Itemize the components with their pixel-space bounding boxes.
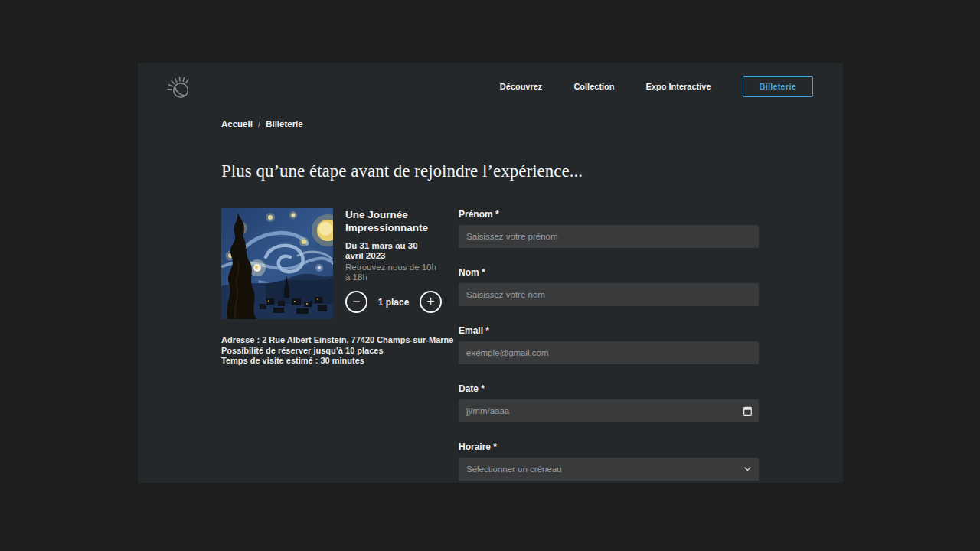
main-nav: Découvrez Collection Expo Interactive Bi…: [500, 76, 813, 97]
decrease-quantity-button[interactable]: −: [345, 291, 368, 313]
breadcrumb-home-link[interactable]: Accueil: [221, 119, 253, 129]
nav-item-collection[interactable]: Collection: [573, 82, 614, 91]
event-address: Adresse : 2 Rue Albert Einstein, 77420 C…: [221, 335, 453, 346]
prenom-label: Prénom *: [459, 209, 759, 220]
calendar-icon[interactable]: [743, 406, 752, 416]
header: Découvrez Collection Expo Interactive Bi…: [138, 63, 843, 110]
event-capacity: Possibilité de réserver jusqu’à 10 place…: [221, 346, 453, 357]
form-group-horaire: Horaire * Sélectionner un créneau: [459, 442, 759, 481]
date-label: Date *: [459, 383, 759, 394]
booking-form: Prénom * Nom * Email * Date *: [459, 208, 759, 500]
horaire-select-value: Sélectionner un créneau: [466, 465, 562, 474]
email-input[interactable]: [459, 341, 759, 364]
plus-icon: +: [426, 295, 435, 308]
event-info: Une Journée Impressionnante Du 31 mars a…: [345, 208, 437, 319]
event-dates: Du 31 mars au 30 avril 2023: [345, 241, 437, 261]
chevron-down-icon: [744, 467, 751, 471]
nom-label: Nom *: [459, 267, 759, 278]
nom-input[interactable]: [459, 283, 759, 306]
sunrise-logo-icon[interactable]: [163, 70, 194, 103]
form-group-nom: Nom *: [459, 267, 759, 306]
page-title: Plus qu’une étape avant de rejoindre l’e…: [221, 161, 583, 181]
event-duration: Temps de visite estimé : 30 minutes: [221, 356, 453, 367]
breadcrumb: Accueil / Billeterie: [221, 119, 303, 129]
breadcrumb-current-link[interactable]: Billeterie: [266, 119, 303, 129]
horaire-label: Horaire *: [459, 442, 759, 452]
quantity-stepper: − 1 place +: [345, 291, 442, 313]
nav-item-decouvrez[interactable]: Découvrez: [500, 82, 543, 91]
horaire-select[interactable]: Sélectionner un créneau: [459, 458, 759, 481]
ticketing-page-panel: Découvrez Collection Expo Interactive Bi…: [138, 63, 843, 483]
form-group-prenom: Prénom *: [459, 209, 759, 248]
date-input[interactable]: [459, 399, 759, 422]
billeterie-button[interactable]: Billeterie: [743, 76, 813, 97]
event-details: Adresse : 2 Rue Albert Einstein, 77420 C…: [221, 335, 453, 367]
email-label: Email *: [459, 325, 759, 336]
form-group-email: Email *: [459, 325, 759, 364]
quantity-value: 1 place: [378, 297, 410, 308]
event-hours: Retrouvez nous de 10h à 18h: [345, 262, 437, 282]
minus-icon: −: [352, 295, 361, 308]
form-group-date: Date *: [459, 383, 759, 422]
increase-quantity-button[interactable]: +: [420, 291, 442, 313]
date-input-wrap: [459, 399, 759, 422]
event-card: Une Journée Impressionnante Du 31 mars a…: [221, 208, 459, 319]
breadcrumb-separator: /: [258, 119, 260, 129]
prenom-input[interactable]: [459, 225, 759, 248]
starry-night-painting: [221, 208, 333, 319]
nav-item-expo-interactive[interactable]: Expo Interactive: [646, 82, 711, 91]
event-column: Une Journée Impressionnante Du 31 mars a…: [221, 208, 459, 319]
event-title: Une Journée Impressionnante: [345, 208, 437, 234]
